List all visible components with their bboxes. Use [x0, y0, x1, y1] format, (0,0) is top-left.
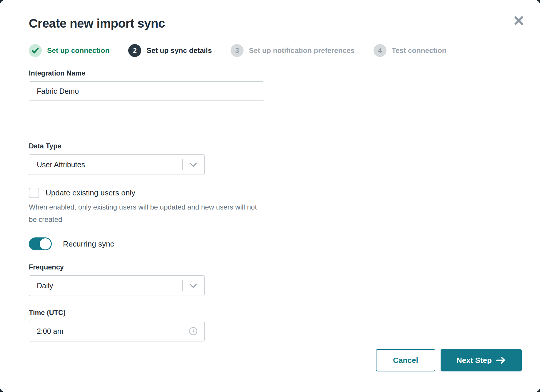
step-label: Test connection — [392, 46, 446, 55]
step-set-up-notification-preferences[interactable]: 3 Set up notification preferences — [231, 44, 354, 57]
time-input[interactable] — [29, 321, 205, 341]
page-title: Create new import sync — [29, 16, 511, 31]
recurring-sync-label: Recurring sync — [63, 239, 114, 249]
close-button[interactable] — [513, 15, 525, 26]
step-number: 3 — [231, 44, 244, 57]
select-divider — [182, 280, 183, 291]
close-icon — [514, 16, 524, 26]
data-type-select[interactable]: User Attributes — [29, 154, 205, 175]
integration-name-input[interactable] — [29, 81, 264, 101]
update-existing-label[interactable]: Update existing users only — [46, 188, 135, 197]
update-existing-helper-text: When enabled, only existing users will b… — [29, 201, 266, 226]
next-step-label: Next Step — [456, 356, 492, 365]
time-utc-label: Time (UTC) — [29, 309, 511, 317]
section-divider — [29, 129, 511, 129]
data-type-label: Data Type — [29, 142, 511, 150]
step-label: Set up connection — [47, 46, 109, 55]
step-number: 2 — [128, 44, 141, 57]
time-field — [29, 321, 205, 341]
frequency-selected-value: Daily — [37, 282, 53, 290]
check-icon — [31, 47, 39, 54]
integration-name-label: Integration Name — [29, 69, 511, 77]
recurring-sync-toggle[interactable] — [29, 237, 52, 250]
create-import-sync-modal: Create new import sync Set up connection… — [0, 0, 540, 392]
toggle-knob — [40, 238, 51, 249]
step-set-up-connection[interactable]: Set up connection — [29, 44, 109, 57]
stepper: Set up connection 2 Set up sync details … — [29, 44, 511, 57]
step-set-up-sync-details[interactable]: 2 Set up sync details — [128, 44, 212, 57]
step-label: Set up sync details — [146, 46, 212, 55]
footer-actions: Cancel Next Step — [376, 349, 522, 371]
chevron-down-icon — [189, 162, 198, 168]
step-complete-circle — [29, 44, 42, 57]
step-test-connection[interactable]: 4 Test connection — [374, 44, 446, 57]
frequency-label: Frequency — [29, 263, 511, 271]
step-label: Set up notification preferences — [249, 46, 354, 55]
update-existing-row: Update existing users only — [29, 188, 511, 198]
frequency-select[interactable]: Daily — [29, 275, 205, 296]
arrow-right-icon — [496, 356, 506, 364]
step-number: 4 — [374, 44, 386, 57]
cancel-button[interactable]: Cancel — [376, 349, 435, 371]
select-divider — [182, 159, 183, 170]
data-type-selected-value: User Attributes — [37, 160, 85, 169]
update-existing-checkbox[interactable] — [29, 188, 39, 198]
next-step-button[interactable]: Next Step — [441, 349, 522, 371]
recurring-sync-row: Recurring sync — [29, 237, 511, 250]
chevron-down-icon — [189, 283, 198, 289]
